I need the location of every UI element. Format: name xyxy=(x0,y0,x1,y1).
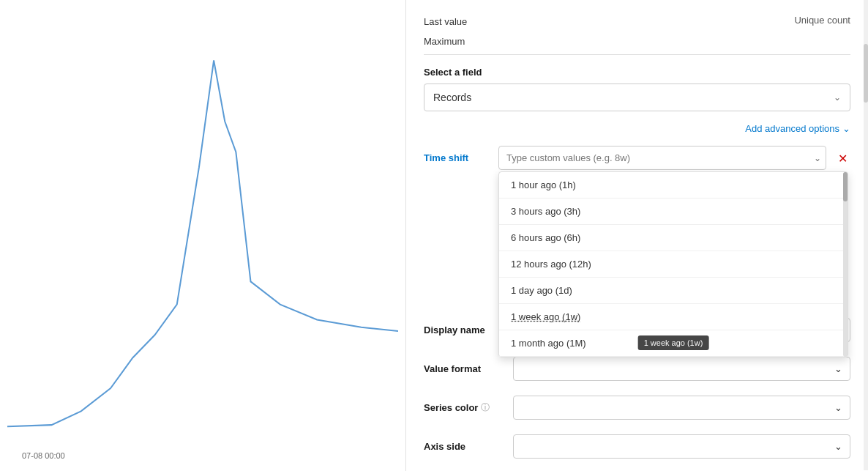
value-format-chevron-icon: ⌄ xyxy=(834,363,842,374)
value-format-row: Value format ⌄ xyxy=(424,357,850,381)
menu-items-list: Last value Maximum xyxy=(424,12,467,51)
time-shift-input-wrapper: ⌄ xyxy=(498,146,826,170)
add-advanced-options-label: Add advanced options xyxy=(745,123,839,134)
chart-x-label: 07-08 00:00 xyxy=(22,451,65,460)
dropdown-item-1d[interactable]: 1 day ago (1d) xyxy=(499,278,848,304)
dropdown-scrollbar[interactable] xyxy=(843,172,848,357)
series-color-chevron-icon: ⌄ xyxy=(834,402,842,413)
dropdown-item-3h[interactable]: 3 hours ago (3h) xyxy=(499,199,848,225)
add-advanced-options-button[interactable]: Add advanced options ⌄ xyxy=(745,123,850,134)
time-shift-row: Time shift ⌄ 1 hour ago (1h) 3 hours ago… xyxy=(424,146,850,171)
series-color-select[interactable]: ⌄ xyxy=(513,396,850,420)
time-shift-dropdown: 1 hour ago (1h) 3 hours ago (3h) 6 hours… xyxy=(498,171,848,357)
series-color-info-icon: ⓘ xyxy=(481,401,490,414)
dropdown-item-1m[interactable]: 1 month ago (1M) xyxy=(499,330,848,357)
dropdown-item-1w[interactable]: 1 week ago (1w) 1 week ago (1w) xyxy=(499,304,848,330)
axis-side-chevron-icon: ⌄ xyxy=(834,441,842,452)
time-shift-clear-icon[interactable]: ✕ xyxy=(835,146,850,171)
series-color-label: Series color xyxy=(424,402,478,413)
select-field-section: Select a field Records ⌄ xyxy=(424,67,850,111)
time-shift-input-container: ⌄ 1 hour ago (1h) 3 hours ago (3h) 6 hou… xyxy=(498,146,826,170)
advanced-options-row: Add advanced options ⌄ xyxy=(424,123,850,134)
settings-panel: Last value Maximum Unique count Select a… xyxy=(406,0,868,471)
axis-side-label: Axis side xyxy=(424,441,504,452)
select-field-value: Records xyxy=(433,92,471,103)
display-name-label: Display name xyxy=(424,324,504,335)
dropdown-scrollbar-thumb xyxy=(843,172,848,201)
menu-item-last-value[interactable]: Last value xyxy=(424,12,467,31)
menu-item-maximum[interactable]: Maximum xyxy=(424,31,467,51)
chart-panel: 07-08 00:00 xyxy=(0,0,406,471)
value-format-select[interactable]: ⌄ xyxy=(513,357,850,381)
scrollbar-thumb[interactable] xyxy=(864,44,868,103)
add-advanced-chevron-icon: ⌄ xyxy=(842,123,850,134)
select-field-chevron-icon: ⌄ xyxy=(834,92,841,103)
time-shift-label: Time shift xyxy=(424,146,490,163)
time-shift-input[interactable] xyxy=(499,147,809,169)
dropdown-item-1h[interactable]: 1 hour ago (1h) xyxy=(499,172,848,199)
select-field-dropdown[interactable]: Records ⌄ xyxy=(424,84,850,111)
axis-side-row: Axis side ⌄ xyxy=(424,434,850,459)
unique-count-label: Unique count xyxy=(794,12,850,26)
chart-svg xyxy=(7,15,398,442)
dropdown-item-12h[interactable]: 12 hours ago (12h) xyxy=(499,251,848,278)
dropdown-item-6h[interactable]: 6 hours ago (6h) xyxy=(499,225,848,251)
time-shift-chevron-icon[interactable]: ⌄ xyxy=(809,147,826,169)
chart-container: 07-08 00:00 xyxy=(7,15,398,442)
value-format-label: Value format xyxy=(424,363,504,374)
axis-side-select[interactable]: ⌄ xyxy=(513,434,850,459)
scrollbar-track xyxy=(864,0,868,470)
series-color-row: Series color ⓘ ⌄ xyxy=(424,396,850,420)
select-field-label: Select a field xyxy=(424,67,850,78)
